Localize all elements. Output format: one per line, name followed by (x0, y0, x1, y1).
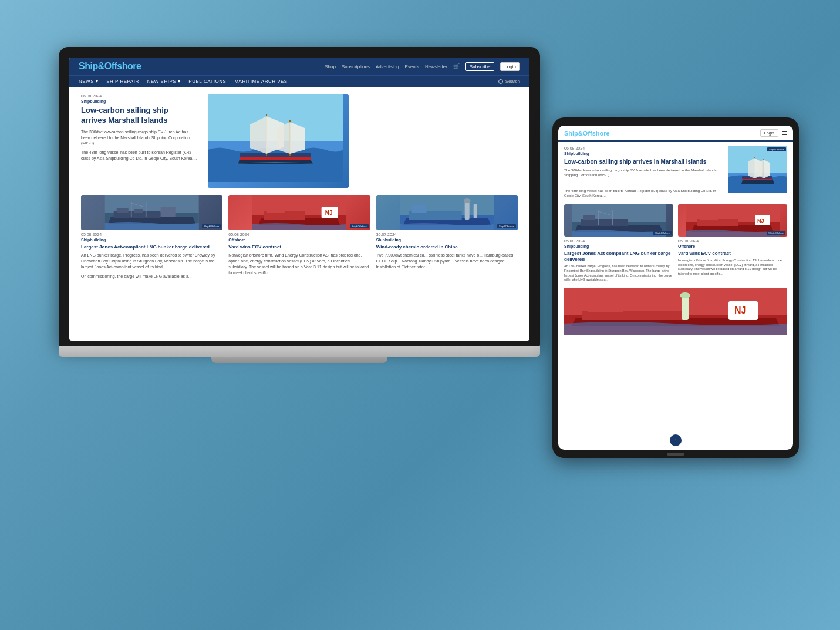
laptop-header-top: Ship&Offshore Shop Subscriptions Adverti… (69, 58, 529, 75)
tablet-logo-amp: & (578, 130, 583, 137)
laptop-articles-grid: Ship&Offshore 05.08.2024 Shipbuilding La… (69, 195, 529, 290)
tablet-scroll-up-button[interactable]: ↑ (670, 434, 682, 446)
svg-rect-23 (409, 211, 461, 220)
tablet-article-excerpt-1: The 300dwt low-carbon sailing cargo ship… (564, 168, 724, 178)
login-button[interactable]: Login (500, 62, 520, 71)
article-1-category: Shipbuilding (81, 238, 222, 242)
grid-article-3: Ship&Offshore 30.07.2024 Shipbuilding Wi… (376, 195, 518, 283)
tablet-a1-category: Shipbuilding (564, 244, 673, 248)
article-excerpt-1: The 300dwt low-carbon sailing cargo ship… (81, 129, 198, 146)
article-3-category: Shipbuilding (376, 238, 518, 242)
article-3-title: Wind-ready chemic ordered in China (376, 244, 518, 250)
cart-icon: 🛒 (453, 63, 460, 69)
laptop-top-nav: Shop Subscriptions Advertising Events Ne… (325, 62, 520, 71)
svg-rect-17 (264, 211, 305, 220)
nav-link-events[interactable]: Events (405, 64, 419, 69)
svg-rect-36 (581, 219, 628, 226)
grid-article-2: NJ Ship&Offshore 05.08.2024 Offshore Var… (228, 195, 370, 283)
article-2-category: Offshore (228, 238, 370, 242)
laptop-featured-article: 06.08.2024 Shipbuilding Low-carbon saili… (81, 94, 198, 188)
svg-rect-25 (464, 201, 469, 220)
article-2-date: 05.08.2024 (228, 233, 370, 237)
tablet-outer: Ship&Offshore Login ☰ 06.08.2024 Shipbui… (552, 117, 799, 458)
tablet-body: 06.08.2024 Shipbuilding Low-carbon saili… (558, 142, 793, 340)
article-date: 06.08.2024 (81, 94, 198, 98)
search-label: Search (505, 79, 520, 84)
nav-link-shop[interactable]: Shop (325, 64, 336, 69)
article-2-image: NJ Ship&Offshore (228, 195, 370, 230)
hamburger-icon[interactable]: ☰ (782, 130, 787, 136)
search-icon (498, 79, 503, 84)
article-1-excerpt-2: On commissioning, the barge will make LN… (81, 274, 222, 279)
logo-ship: Ship (79, 61, 98, 71)
article-2-badge: Ship&Offshore (350, 224, 369, 228)
tablet-site-logo: Ship&Offshore (564, 130, 610, 137)
article-2-title: Vard wins ECV contract (228, 244, 370, 250)
svg-rect-43 (697, 219, 738, 226)
svg-rect-5 (240, 157, 311, 160)
article-1-date: 05.08.2024 (81, 233, 222, 237)
laptop-foot (211, 357, 387, 363)
grid-article-1: Ship&Offshore 05.08.2024 Shipbuilding La… (81, 195, 222, 283)
article-category: Shipbuilding (81, 99, 198, 103)
tablet-article-1-badge: Ship&Offshore (653, 231, 672, 235)
nav-item-new-ships[interactable]: NEW SHIPS ▾ (147, 79, 181, 84)
tablet-articles-grid: Ship&Offshore 05.08.2024 Shipbuilding La… (564, 204, 787, 283)
tablet-bottom-ship-svg: NJ (564, 288, 787, 335)
svg-rect-53 (682, 295, 689, 320)
article-2-excerpt: Norwegian offshore firm, Wind Energy Con… (228, 252, 370, 275)
tablet-article-2-image: NJ Ship&Offshore (678, 204, 787, 237)
nav-item-maritime-archives[interactable]: MARITIME ARCHIVES (234, 79, 287, 84)
article-1-title: Largest Jones Act-compliant LNG bunker b… (81, 244, 222, 250)
tablet-a2-excerpt: Norwegian offshore firm, Wind Energy Con… (678, 258, 787, 277)
article-1-excerpt: An LNG bunker barge, Progress, has been … (81, 252, 222, 269)
tablet-featured-article: 06.08.2024 Shipbuilding Low-carbon saili… (564, 146, 787, 198)
article-1-badge: Ship&Offshore (202, 224, 221, 228)
sailing-ship-illustration (208, 94, 343, 182)
tablet-grid-article-2: NJ Ship&Offshore 05.08.2024 Offshore Var… (678, 204, 787, 283)
nav-search[interactable]: Search (498, 79, 520, 84)
svg-rect-50 (588, 303, 623, 312)
laptop-screen: Ship&Offshore Shop Subscriptions Adverti… (69, 58, 529, 341)
svg-rect-14 (161, 207, 176, 217)
tablet-logo-offshore: Offshore (583, 130, 610, 137)
article-excerpt-2: The 48m-long vessel has been built to Ko… (81, 150, 198, 161)
svg-rect-18 (267, 205, 285, 213)
svg-rect-9 (117, 208, 129, 213)
article-3-excerpt: Two 7,900dwt chemical ca... stainless st… (376, 252, 518, 269)
svg-rect-33 (742, 179, 772, 180)
tablet-article-date: 06.08.2024 (564, 146, 724, 150)
tablet-sailing-ship-svg (728, 146, 787, 193)
svg-rect-10 (134, 209, 143, 213)
nav-link-advertising[interactable]: Advertising (376, 64, 399, 69)
laptop-site-logo: Ship&Offshore (79, 61, 141, 72)
laptop-featured-image (208, 94, 518, 188)
svg-point-54 (680, 292, 690, 298)
tablet-login-button[interactable]: Login (760, 129, 778, 137)
article-3-image: Ship&Offshore (376, 195, 518, 230)
svg-rect-44 (700, 214, 718, 220)
nav-link-subscriptions[interactable]: Subscriptions (342, 64, 370, 69)
laptop-base (59, 346, 540, 357)
laptop-main-content: 06.08.2024 Shipbuilding Low-carbon saili… (69, 87, 529, 195)
nav-item-ship-repair[interactable]: SHIP REPAIR (106, 79, 139, 84)
article-title: Low-carbon sailing shiparrives Marshall … (81, 106, 198, 126)
svg-text:NJ: NJ (757, 218, 764, 224)
laptop-device: Ship&Offshore Shop Subscriptions Adverti… (59, 47, 540, 376)
nav-item-news[interactable]: NEWS ▾ (79, 79, 98, 84)
tablet-screen: Ship&Offshore Login ☰ 06.08.2024 Shipbui… (558, 126, 793, 450)
svg-point-26 (463, 198, 470, 203)
tablet-main-image: Ship&Offshore (728, 146, 787, 193)
tablet-logo-ship: Ship (564, 130, 578, 137)
nav-item-publications[interactable]: PUBLICATIONS (188, 79, 226, 84)
sailing-ship-image (208, 94, 349, 188)
nav-link-newsletter[interactable]: Newsletter (425, 64, 447, 69)
tablet-article-2-badge: Ship&Offshore (767, 231, 785, 235)
svg-rect-2 (240, 153, 311, 157)
tablet-article-excerpt-2: The 48m-long vessel has been built to Ko… (564, 188, 724, 198)
svg-rect-24 (411, 205, 426, 213)
tablet-bottom-image: NJ (564, 288, 787, 335)
subscribe-button[interactable]: Subscribe (465, 62, 495, 71)
tablet-a1-title: Largest Jones Act-compliant LNG bunker b… (564, 251, 673, 263)
tablet-home-button[interactable] (667, 453, 684, 456)
